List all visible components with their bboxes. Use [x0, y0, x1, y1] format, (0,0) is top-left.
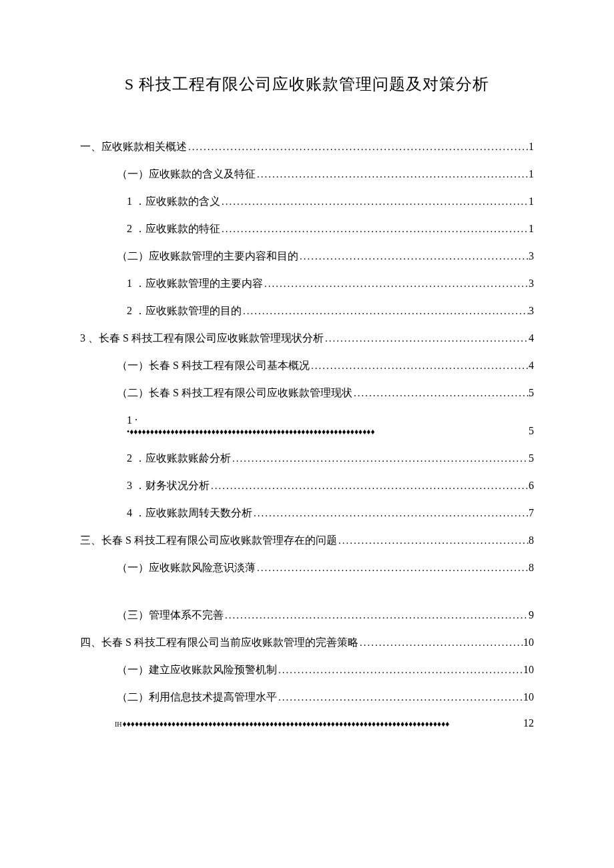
toc-entry-page: 6: [529, 480, 534, 491]
toc-leader-dots: [256, 169, 529, 179]
toc-entry-page: 5: [529, 453, 534, 464]
toc-entry-label: 3 ．财务状况分析: [127, 480, 210, 491]
toc-entry: 3 、长春 S 科技工程有限公司应收账款管理现状分析4: [80, 333, 534, 344]
toc-entry-label: （二）利用信息技术提高管理水平: [117, 692, 277, 703]
toc-entry: （一）建立应收账款风险预警机制10: [80, 665, 534, 675]
toc-entry-label: （一）建立应收账款风险预警机制: [117, 665, 277, 675]
toc-entry-label: 3 、长春 S 科技工程有限公司应收账款管理现状分析: [80, 333, 324, 344]
toc-entry-page: 3: [529, 278, 534, 289]
toc-entry: 2 ．应收账款的特征 1: [80, 224, 534, 234]
toc-leader-dots: [224, 610, 529, 620]
toc-entry-page: 1: [529, 224, 534, 234]
toc-entry-label: 2 ．应收账款账龄分析: [127, 453, 231, 464]
toc-entry-page: 5: [529, 388, 534, 398]
toc-entry: 4 ．应收账款周转天数分析 7: [80, 508, 534, 518]
toc-entry: 2 ．应收账款账龄分析 5: [80, 453, 534, 464]
toc-entry: （三）管理体系不完善9: [80, 610, 534, 620]
toc-entry: （二）应收账款管理的主要内容和目的3: [80, 251, 534, 262]
toc-entry: 1 ·: [80, 415, 534, 426]
document-title: S 科技工程有限公司应收账款管理问题及对策分析: [80, 73, 534, 95]
toc-entry-label: （三）管理体系不完善: [117, 610, 224, 620]
toc-entry-label: 1 ．应收账款的含义: [127, 196, 220, 207]
toc-entry-label: 4 ．应收账款周转天数分析: [127, 508, 252, 518]
toc-entry-page: 1: [529, 196, 534, 207]
toc-entry-label: （一）应收账款的含义及特征: [117, 169, 256, 179]
toc-entry-page: 4: [529, 360, 534, 371]
toc-leader-dots: [310, 361, 529, 371]
toc-entry: 一、应收账款相关概述1: [80, 141, 534, 152]
toc-leader-dots: [352, 388, 529, 398]
toc-entry-label: （二）长春 S 科技工程有限公司应收账款管理现状: [117, 388, 352, 398]
toc-entry: 三、长春 S 科技工程有限公司应收账款管理存在的问题8: [80, 535, 534, 546]
toc-entry: 四、长春 S 科技工程有限公司当前应收账款管理的完善策略 10: [80, 637, 534, 648]
toc-entry: 1 ．应收账款的含义1: [80, 196, 534, 207]
toc-entry: 2 ．应收账款管理的目的 3: [80, 306, 534, 316]
toc-leader-dots: [187, 142, 529, 152]
toc-leader-dots: [220, 224, 529, 234]
toc-gap: [80, 590, 534, 610]
diamond-fill-icon: ♦♦♦♦♦♦♦♦♦♦♦♦♦♦♦♦♦♦♦♦♦♦♦♦♦♦♦♦♦♦♦♦♦♦♦♦♦♦♦♦…: [123, 720, 523, 728]
toc-diamond-leader: IH♦♦♦♦♦♦♦♦♦♦♦♦♦♦♦♦♦♦♦♦♦♦♦♦♦♦♦♦♦♦♦♦♦♦♦♦♦♦…: [115, 718, 534, 729]
toc-entry: 3 ．财务状况分析 6: [80, 480, 534, 491]
toc-entry-label: 四、长春 S 科技工程有限公司当前应收账款管理的完善策略: [80, 637, 358, 648]
toc-entry-label: 2 ．应收账款管理的目的: [127, 306, 242, 316]
document-page: S 科技工程有限公司应收账款管理问题及对策分析 一、应收账款相关概述1（一）应收…: [0, 0, 614, 868]
toc-entry: （一）应收账款的含义及特征1: [80, 169, 534, 179]
toc-leader-dots: [263, 279, 529, 289]
diamond-fill-icon: •♦♦♦♦♦♦♦♦♦♦♦♦♦♦♦♦♦♦♦♦♦♦♦♦♦♦♦♦♦♦♦♦♦♦♦♦♦♦♦…: [127, 428, 375, 436]
toc-entry-label: 1 ．应收账款管理的主要内容: [127, 278, 263, 289]
toc-diamond-leader: •♦♦♦♦♦♦♦♦♦♦♦♦♦♦♦♦♦♦♦♦♦♦♦♦♦♦♦♦♦♦♦♦♦♦♦♦♦♦♦…: [127, 426, 534, 436]
toc-entry: 1 ．应收账款管理的主要内容3: [80, 278, 534, 289]
toc-entry: （一）长春 S 科技工程有限公司基本概况4: [80, 360, 534, 371]
toc-entry-page: 1: [529, 141, 534, 152]
toc-entry-page: 10: [523, 637, 534, 648]
toc-entry-label: 一、应收账款相关概述: [80, 141, 187, 152]
toc-entry-label: （一）长春 S 科技工程有限公司基本概况: [117, 360, 310, 371]
toc-entry-label: （一）应收账款风险意识淡薄: [117, 562, 256, 573]
toc-entry-page: 3: [529, 306, 534, 316]
toc-entry-page: 8: [529, 535, 534, 546]
toc-entry-page: 3: [529, 251, 534, 262]
toc-entry-page: 1: [529, 169, 534, 179]
toc-leader-dots: [210, 481, 529, 491]
toc-entry-label: 1 ·: [127, 415, 137, 426]
toc-entry-page: 12: [523, 718, 534, 729]
toc-entry-page: 5: [529, 426, 534, 436]
toc-entry-label: IH: [115, 721, 122, 728]
toc-entry: （一）应收账款风险意识淡薄8: [80, 562, 534, 573]
toc-leader-dots: [242, 306, 529, 316]
toc-leader-dots: [337, 536, 529, 546]
toc-leader-dots: [358, 638, 523, 648]
toc-entry-page: 10: [523, 665, 534, 675]
toc-entry: （二）长春 S 科技工程有限公司应收账款管理现状5: [80, 388, 534, 398]
toc-entry-page: 8: [529, 562, 534, 573]
toc-leader-dots: [298, 252, 529, 262]
toc-entry-page: 9: [529, 610, 534, 620]
toc-leader-dots: [256, 563, 529, 573]
toc-entry-label: （二）应收账款管理的主要内容和目的: [117, 251, 298, 262]
toc-entry-label: 2 ．应收账款的特征: [127, 224, 220, 234]
toc-leader-dots: [324, 334, 529, 344]
table-of-contents: 一、应收账款相关概述1（一）应收账款的含义及特征11 ．应收账款的含义12 ．应…: [80, 141, 534, 729]
toc-leader-dots: [231, 454, 529, 464]
toc-leader-dots: [252, 508, 529, 518]
toc-entry-page: 4: [529, 333, 534, 344]
toc-leader-dots: [277, 693, 523, 703]
toc-entry-page: 7: [529, 508, 534, 518]
toc-leader-dots: [220, 197, 529, 207]
toc-entry: （二）利用信息技术提高管理水平10: [80, 692, 534, 703]
toc-leader-dots: [277, 665, 523, 675]
toc-entry-page: 10: [523, 692, 534, 703]
toc-entry-label: 三、长春 S 科技工程有限公司应收账款管理存在的问题: [80, 535, 337, 546]
